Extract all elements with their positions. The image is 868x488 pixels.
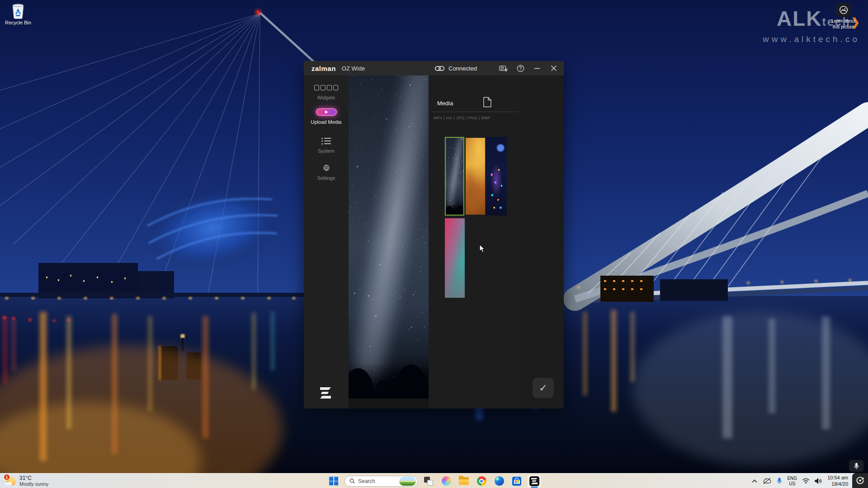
- sidebar-item-upload-media[interactable]: Upload Media: [304, 108, 349, 125]
- copilot-button[interactable]: [439, 475, 453, 488]
- sidebar-item-settings[interactable]: Settings: [304, 164, 349, 181]
- widgets-icon: [304, 84, 349, 92]
- link-icon: [435, 66, 444, 71]
- copilot-icon: [442, 476, 451, 486]
- spotlight-label: Learn about this picture: [830, 19, 857, 30]
- recycle-bin[interactable]: Recycle Bin: [1, 3, 35, 25]
- zalman-logo: zalman: [311, 65, 336, 72]
- task-view-button[interactable]: [422, 475, 435, 488]
- media-panel: Media MP4 | AVI | JPG | PNG | BMP: [429, 75, 521, 408]
- microsoft-store-icon: [512, 477, 521, 486]
- picture-info-icon: [836, 3, 851, 17]
- microsoft-store-button[interactable]: [510, 475, 524, 488]
- gear-icon: [304, 164, 349, 172]
- capture-warning-icon: [499, 65, 508, 72]
- microphone-in-use-indicator: [849, 460, 863, 472]
- close-icon: [551, 65, 557, 71]
- search-input[interactable]: [358, 478, 396, 484]
- active-app-indicator: [531, 487, 538, 488]
- media-panel-right-column: ✓: [521, 75, 564, 408]
- learn-about-picture-button[interactable]: Learn about this picture: [830, 3, 857, 30]
- weather-icon: 1: [5, 475, 16, 487]
- desktop: Recycle Bin ALKtech❯ www.alktech.co Lear…: [0, 0, 868, 488]
- wifi-icon[interactable]: [802, 478, 810, 484]
- microphone-active-icon[interactable]: [777, 478, 782, 484]
- zalman-app-button[interactable]: [528, 475, 541, 488]
- check-icon: ✓: [539, 382, 547, 394]
- titlebar[interactable]: zalman OZ Wide Connected: [304, 61, 564, 75]
- upload-media-icon: [304, 108, 349, 116]
- sidebar-item-label: Settings: [304, 175, 349, 181]
- minimize-icon: [534, 65, 540, 71]
- sync-circle-icon: [856, 476, 864, 485]
- weather-condition: Mostly sunny: [19, 481, 48, 487]
- titlebar-controls: [499, 61, 558, 75]
- close-button[interactable]: [549, 64, 558, 73]
- task-view-icon: [424, 477, 433, 486]
- zalman-z-logo: [320, 387, 331, 399]
- tray-date: 18/4/20: [827, 481, 848, 488]
- sidebar-item-widgets[interactable]: Widgets: [304, 84, 349, 100]
- sidebar-item-system[interactable]: System: [304, 137, 349, 154]
- taskbar-search[interactable]: [344, 476, 418, 487]
- volume-icon[interactable]: [815, 478, 822, 484]
- microphone-icon: [854, 463, 859, 469]
- edge-button[interactable]: [492, 475, 506, 488]
- zalman-app-icon: [529, 476, 539, 486]
- preview-footer: [349, 399, 429, 408]
- search-icon: [349, 478, 355, 484]
- milky-way-preview-image: [349, 75, 429, 399]
- zalman-app-window: zalman OZ Wide Connected: [304, 61, 564, 408]
- capture-warning-button[interactable]: [499, 64, 508, 73]
- system-tray: ENG US 10:54 am 18/4/: [752, 474, 868, 488]
- mast-beacon-light: [257, 11, 259, 14]
- taskbar-center: [327, 474, 541, 488]
- notification-badge: 1: [4, 474, 10, 480]
- recycle-bin-label: Recycle Bin: [1, 20, 35, 25]
- weather-widget[interactable]: 1 31°C Mostly sunny: [5, 474, 48, 488]
- media-preview: [349, 75, 429, 399]
- connection-status-text: Connected: [448, 65, 477, 72]
- start-button[interactable]: [327, 475, 340, 488]
- file-explorer-icon: [459, 477, 469, 485]
- connection-status: Connected: [435, 61, 477, 75]
- apply-button[interactable]: ✓: [533, 378, 554, 398]
- media-thumbnail-abstract-lights[interactable]: [486, 137, 507, 216]
- language-switcher[interactable]: ENG US: [787, 476, 797, 486]
- media-panel-divider: [432, 112, 518, 112]
- help-button[interactable]: [516, 64, 525, 73]
- media-thumbnail-milky-way[interactable]: [445, 137, 464, 216]
- media-thumbnail-golden-texture[interactable]: [466, 138, 485, 215]
- media-panel-heading: Media: [437, 100, 453, 107]
- taskbar: 1 31°C Mostly sunny: [0, 473, 868, 488]
- sidebar-item-label: Widgets: [304, 95, 349, 100]
- help-icon: [517, 65, 524, 72]
- recycle-bin-icon: [10, 3, 26, 19]
- chrome-icon: [477, 476, 486, 486]
- sidebar-item-label: Upload Media: [304, 119, 349, 125]
- supported-formats: MP4 | AVI | JPG | PNG | BMP: [434, 116, 491, 120]
- file-document-icon[interactable]: [483, 97, 492, 108]
- tray-time: 10:54 am: [827, 475, 848, 481]
- weather-temperature: 31°C: [19, 475, 48, 481]
- windows-logo-icon: [329, 477, 338, 486]
- hidden-icons-chevron[interactable]: [752, 479, 757, 483]
- sidebar-item-label: System: [304, 148, 349, 154]
- chrome-button[interactable]: [475, 475, 488, 488]
- onedrive-paused-icon[interactable]: [762, 478, 772, 484]
- right-buildings: [600, 276, 728, 302]
- clock[interactable]: 10:54 am 18/4/20: [827, 475, 848, 488]
- search-daily-image: [399, 477, 416, 486]
- minimize-button[interactable]: [533, 64, 542, 73]
- file-explorer-button[interactable]: [457, 475, 471, 488]
- capture-overlay-badge[interactable]: [852, 473, 868, 488]
- sidebar: Widgets Upload Media System: [304, 75, 349, 408]
- media-thumbnail-pink-teal-gradient[interactable]: [445, 218, 465, 298]
- device-name: OZ Wide: [342, 65, 365, 72]
- edge-icon: [495, 476, 504, 486]
- system-list-icon: [304, 137, 349, 145]
